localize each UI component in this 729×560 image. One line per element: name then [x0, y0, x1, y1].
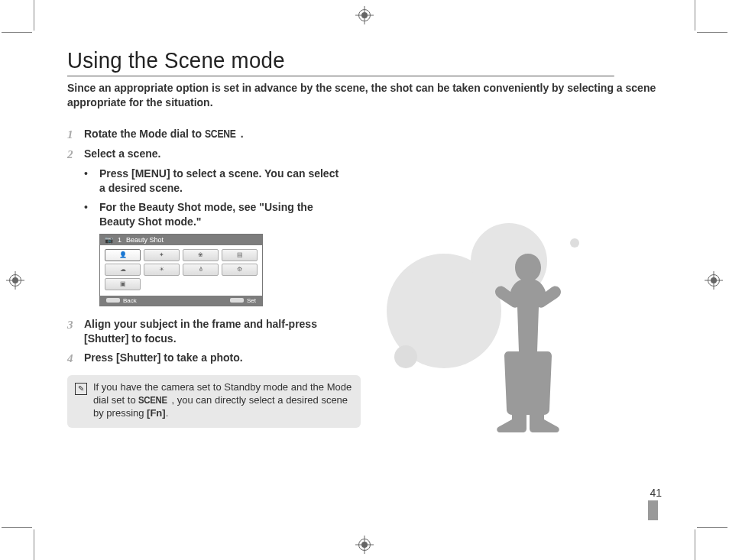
- page-subtitle: Since an appropriate option is set in ad…: [67, 81, 662, 110]
- menu-header-number: 1: [118, 236, 122, 244]
- registration-mark-icon: [355, 6, 374, 24]
- bullet-icon: •: [84, 200, 99, 229]
- text: Rotate the Mode dial to: [84, 128, 205, 140]
- text: .: [166, 407, 169, 419]
- step-2: 2 Select a scene.: [67, 147, 347, 162]
- menu-header: 📷 1 Beauty Shot: [100, 235, 262, 245]
- scene-label: SCENE: [138, 394, 167, 407]
- crop-mark: [34, 0, 34, 31]
- instruction-column: 1 Rotate the Mode dial to SCENE. 2 Selec…: [67, 127, 347, 428]
- note-text: If you have the camera set to Standby mo…: [93, 381, 353, 420]
- registration-mark-icon: [355, 536, 374, 554]
- scene-option: ☀: [144, 264, 180, 276]
- step-3: 3 Align your subject in the frame and ha…: [67, 317, 347, 346]
- scene-label: SCENE: [205, 127, 236, 141]
- illustration: [387, 223, 616, 452]
- crop-mark: [2, 32, 32, 33]
- scene-option: ⚙: [222, 264, 258, 276]
- menu-footer-back: Back: [123, 297, 137, 304]
- button-icon: [230, 298, 244, 303]
- scene-option: ✦: [144, 249, 180, 261]
- text: Press: [99, 167, 131, 180]
- step-4: 4 Press [Shutter] to take a photo.: [67, 351, 347, 366]
- bubble-icon: [394, 345, 417, 368]
- bullet-text: Press [MENU] to select a scene. You can …: [99, 167, 347, 196]
- crop-mark: [695, 0, 695, 31]
- text-bold: [MENU]: [131, 167, 170, 180]
- step-text: Rotate the Mode dial to SCENE.: [84, 127, 347, 142]
- crop-mark: [2, 527, 32, 528]
- step-1: 1 Rotate the Mode dial to SCENE.: [67, 127, 347, 142]
- step-number: 1: [67, 127, 84, 142]
- text: to focus.: [128, 332, 176, 345]
- registration-mark-icon: [705, 271, 723, 290]
- page-content: Using the Scene mode Since an appropriat…: [67, 47, 662, 518]
- person-silhouette-icon: [486, 254, 570, 441]
- text: Press: [84, 351, 116, 364]
- scene-option: 🕯: [183, 264, 219, 276]
- menu-header-label: Beauty Shot: [126, 236, 164, 244]
- bullet-icon: •: [84, 167, 99, 196]
- crop-mark: [34, 529, 34, 560]
- scene-option-beauty: 👤: [105, 249, 141, 261]
- step-text: Press [Shutter] to take a photo.: [84, 351, 347, 366]
- text: .: [241, 128, 244, 140]
- bullet-item: • Press [MENU] to select a scene. You ca…: [84, 167, 347, 196]
- scene-option: ▣: [105, 278, 141, 290]
- scene-option: ▤: [222, 249, 258, 261]
- page-tab: [648, 500, 658, 520]
- text-bold: [Fn]: [147, 407, 166, 419]
- bubble-icon: [570, 238, 579, 248]
- menu-grid: 👤 ✦ ❀ ▤ ☁ ☀ 🕯 ⚙ ▣: [100, 245, 262, 296]
- camera-menu-screenshot: 📷 1 Beauty Shot 👤 ✦ ❀ ▤ ☁ ☀ 🕯 ⚙: [99, 234, 263, 306]
- crop-mark: [697, 527, 727, 528]
- button-icon: [106, 298, 120, 303]
- menu-footer-set: Set: [247, 297, 256, 304]
- text: Align your subject in the frame and half…: [84, 318, 317, 330]
- crop-mark: [697, 32, 727, 33]
- text: to take a photo.: [160, 351, 242, 364]
- step-number: 3: [67, 317, 84, 346]
- bullet-item: • For the Beauty Shot mode, see "Using t…: [84, 200, 347, 229]
- bullet-text: For the Beauty Shot mode, see "Using the…: [99, 200, 347, 229]
- page-title: Using the Scene mode: [67, 47, 614, 76]
- note-icon: ✎: [75, 383, 87, 395]
- step-number: 2: [67, 147, 84, 162]
- step-number: 4: [67, 351, 84, 366]
- crop-mark: [695, 529, 695, 560]
- page-number: 41: [650, 487, 662, 499]
- step-text: Align your subject in the frame and half…: [84, 317, 347, 346]
- scene-option: ❀: [183, 249, 219, 261]
- text-bold: [Shutter]: [116, 351, 160, 364]
- scene-option: ☁: [105, 264, 141, 276]
- step-text: Select a scene.: [84, 147, 347, 162]
- menu-footer: Back Set: [100, 296, 262, 306]
- registration-mark-icon: [6, 271, 24, 290]
- camera-icon: 📷: [105, 236, 113, 244]
- note-box: ✎ If you have the camera set to Standby …: [67, 375, 361, 428]
- text-bold: [Shutter]: [84, 332, 128, 345]
